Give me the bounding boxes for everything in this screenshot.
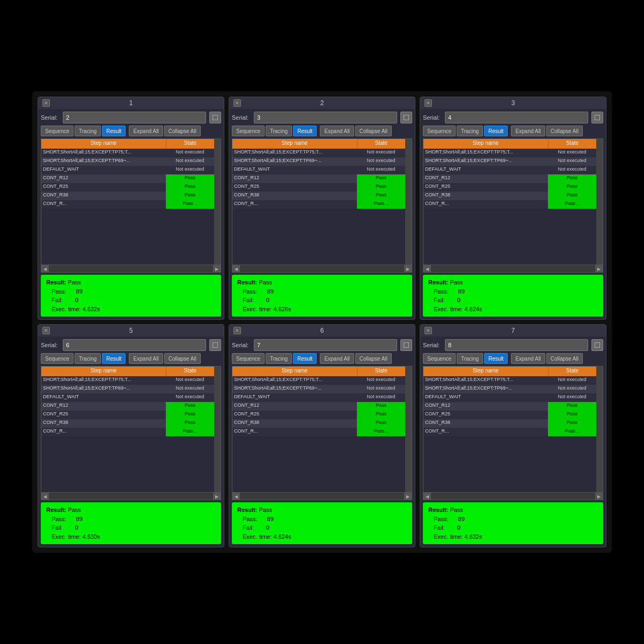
- table-row[interactable]: CONT_R38Pass: [232, 192, 405, 200]
- close-button[interactable]: ✕: [233, 99, 241, 107]
- tab-result[interactable]: Result: [484, 353, 508, 364]
- serial-input[interactable]: [63, 339, 206, 351]
- tab-result[interactable]: Result: [293, 126, 317, 136]
- expand-all-button[interactable]: Expand All: [129, 126, 163, 136]
- table-row[interactable]: SHORT;ShortAll;all;15;EXCEPT:TP69~...Not…: [41, 157, 214, 166]
- serial-input[interactable]: [445, 339, 588, 351]
- table-row[interactable]: SHORT;ShortAll;all;15;EXCEPT:TP69~...Not…: [232, 385, 405, 393]
- minimize-button[interactable]: [209, 112, 221, 123]
- table-row[interactable]: DEFAULT_WAITNot executed: [423, 393, 596, 402]
- expand-all-button[interactable]: Expand All: [320, 353, 354, 364]
- table-row[interactable]: CONT_R38Pass: [423, 419, 596, 428]
- table-row[interactable]: DEFAULT_WAITNot executed: [232, 393, 405, 402]
- vertical-scrollbar[interactable]: [405, 376, 412, 492]
- collapse-all-button[interactable]: Collapse All: [164, 126, 201, 136]
- collapse-all-button[interactable]: Collapse All: [546, 126, 583, 136]
- collapse-all-button[interactable]: Collapse All: [355, 126, 392, 136]
- table-row[interactable]: CONT_R12Pass: [423, 402, 596, 411]
- table-row[interactable]: SHORT;ShortAll;all;15;EXCEPT:TP69~...Not…: [41, 385, 214, 393]
- tab-tracing[interactable]: Tracing: [75, 353, 101, 364]
- table-row[interactable]: CONT_R12Pass: [423, 174, 596, 183]
- table-row[interactable]: CONT_R...Pass...: [423, 200, 596, 209]
- table-row[interactable]: DEFAULT_WAITNot executed: [41, 393, 214, 402]
- table-row[interactable]: CONT_R25Pass: [423, 411, 596, 419]
- serial-input[interactable]: [254, 112, 397, 123]
- tab-sequence[interactable]: Sequence: [232, 353, 265, 364]
- table-row[interactable]: CONT_R38Pass: [232, 419, 405, 428]
- table-row[interactable]: CONT_R...Pass...: [423, 428, 596, 436]
- tab-result[interactable]: Result: [102, 126, 126, 136]
- horizontal-scrollbar[interactable]: ◀▶: [41, 492, 221, 500]
- minimize-button[interactable]: [400, 339, 412, 351]
- table-row[interactable]: SHORT;ShortAll;all;15;EXCEPT:TP69~...Not…: [423, 385, 596, 393]
- table-row[interactable]: SHORT;ShortAll;all;15;EXCEPT:TP69~...Not…: [423, 157, 596, 166]
- table-row[interactable]: CONT_R38Pass: [423, 192, 596, 200]
- table-row[interactable]: DEFAULT_WAITNot executed: [423, 166, 596, 174]
- close-button[interactable]: ✕: [42, 99, 50, 107]
- minimize-button[interactable]: [400, 112, 412, 123]
- tab-tracing[interactable]: Tracing: [457, 126, 483, 136]
- scroll-left-button[interactable]: ◀: [41, 493, 49, 500]
- scroll-left-button[interactable]: ◀: [232, 265, 240, 273]
- scroll-right-button[interactable]: ▶: [595, 493, 603, 500]
- table-row[interactable]: CONT_R12Pass: [41, 402, 214, 411]
- table-row[interactable]: SHORT;ShortAll;all;15;EXCEPT:TP75;T...No…: [232, 149, 405, 157]
- scroll-left-button[interactable]: ◀: [423, 493, 431, 500]
- scroll-left-button[interactable]: ◀: [41, 265, 49, 273]
- tab-tracing[interactable]: Tracing: [75, 126, 101, 136]
- tab-sequence[interactable]: Sequence: [423, 353, 456, 364]
- table-row[interactable]: CONT_R12Pass: [232, 402, 405, 411]
- table-row[interactable]: SHORT;ShortAll;all;15;EXCEPT:TP69~...Not…: [232, 157, 405, 166]
- scroll-right-button[interactable]: ▶: [213, 493, 221, 500]
- scroll-left-button[interactable]: ◀: [423, 265, 431, 273]
- tab-tracing[interactable]: Tracing: [457, 353, 483, 364]
- table-row[interactable]: DEFAULT_WAITNot executed: [41, 166, 214, 174]
- expand-all-button[interactable]: Expand All: [320, 126, 354, 136]
- tab-result[interactable]: Result: [484, 126, 508, 136]
- table-row[interactable]: CONT_R25Pass: [41, 183, 214, 192]
- vertical-scrollbar[interactable]: [405, 149, 412, 265]
- table-row[interactable]: CONT_R...Pass...: [41, 200, 214, 209]
- horizontal-scrollbar[interactable]: ◀▶: [232, 265, 412, 272]
- horizontal-scrollbar[interactable]: ◀▶: [232, 492, 412, 500]
- table-row[interactable]: DEFAULT_WAITNot executed: [232, 166, 405, 174]
- collapse-all-button[interactable]: Collapse All: [355, 353, 392, 364]
- tab-result[interactable]: Result: [293, 353, 317, 364]
- table-row[interactable]: CONT_R25Pass: [232, 183, 405, 192]
- table-row[interactable]: CONT_R12Pass: [41, 174, 214, 183]
- table-row[interactable]: CONT_R...Pass...: [232, 200, 405, 209]
- collapse-all-button[interactable]: Collapse All: [164, 353, 201, 364]
- table-row[interactable]: CONT_R38Pass: [41, 419, 214, 428]
- tab-sequence[interactable]: Sequence: [41, 353, 74, 364]
- scroll-left-button[interactable]: ◀: [232, 493, 240, 500]
- scroll-right-button[interactable]: ▶: [595, 265, 603, 273]
- table-row[interactable]: CONT_R...Pass...: [41, 428, 214, 436]
- serial-input[interactable]: [254, 339, 397, 351]
- minimize-button[interactable]: [209, 339, 221, 351]
- expand-all-button[interactable]: Expand All: [129, 353, 163, 364]
- tab-result[interactable]: Result: [102, 353, 126, 364]
- serial-input[interactable]: [63, 112, 206, 123]
- scroll-right-button[interactable]: ▶: [404, 493, 412, 500]
- collapse-all-button[interactable]: Collapse All: [546, 353, 583, 364]
- tab-sequence[interactable]: Sequence: [232, 126, 265, 136]
- minimize-button[interactable]: [591, 112, 603, 123]
- close-button[interactable]: ✕: [42, 327, 50, 334]
- minimize-button[interactable]: [591, 339, 603, 351]
- tab-sequence[interactable]: Sequence: [41, 126, 74, 136]
- table-row[interactable]: CONT_R38Pass: [41, 192, 214, 200]
- tab-sequence[interactable]: Sequence: [423, 126, 456, 136]
- vertical-scrollbar[interactable]: [214, 149, 221, 265]
- expand-all-button[interactable]: Expand All: [511, 126, 545, 136]
- table-row[interactable]: SHORT;ShortAll;all;15;EXCEPT:TP75;T...No…: [423, 149, 596, 157]
- vertical-scrollbar[interactable]: [596, 149, 603, 265]
- table-row[interactable]: SHORT;ShortAll;all;15;EXCEPT:TP75;T...No…: [423, 376, 596, 385]
- tab-tracing[interactable]: Tracing: [266, 353, 292, 364]
- table-row[interactable]: SHORT;ShortAll;all;15;EXCEPT:TP75;T...No…: [41, 149, 214, 157]
- scroll-right-button[interactable]: ▶: [213, 265, 221, 273]
- horizontal-scrollbar[interactable]: ◀▶: [423, 492, 603, 500]
- serial-input[interactable]: [445, 112, 588, 123]
- close-button[interactable]: ✕: [425, 99, 432, 107]
- table-row[interactable]: CONT_R25Pass: [232, 411, 405, 419]
- table-row[interactable]: SHORT;ShortAll;all;15;EXCEPT:TP75;T...No…: [232, 376, 405, 385]
